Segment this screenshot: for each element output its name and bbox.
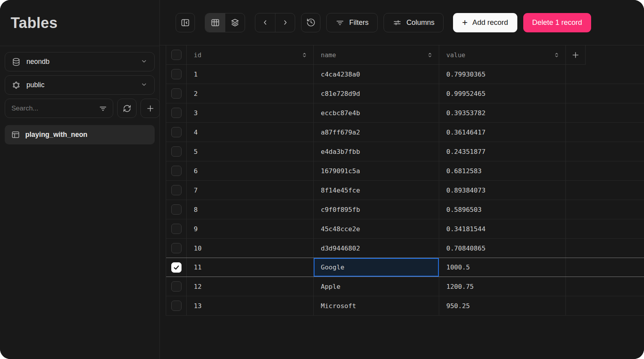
row-checkbox-cell[interactable]	[166, 123, 187, 142]
select-all-checkbox-cell[interactable]	[166, 45, 187, 65]
cell-value[interactable]: 0.24351877	[439, 142, 566, 161]
search-input[interactable]	[11, 105, 99, 112]
cell-value[interactable]: 0.70840865	[439, 239, 566, 258]
add-column-button[interactable]	[566, 45, 586, 65]
cell-id[interactable]: 13	[187, 296, 314, 315]
cell-name[interactable]: c9f0f895fb	[314, 200, 439, 219]
cell-value[interactable]: 0.99952465	[439, 84, 566, 103]
cell-id[interactable]: 3	[187, 103, 314, 122]
history-button[interactable]	[301, 13, 320, 32]
cell-name[interactable]: Microsoft	[314, 296, 439, 315]
row-checkbox[interactable]	[171, 166, 182, 176]
row-checkbox[interactable]	[171, 281, 182, 292]
cell-id[interactable]: 6	[187, 161, 314, 180]
row-checkbox[interactable]	[171, 108, 182, 118]
table-view-button[interactable]	[205, 13, 225, 32]
database-selector[interactable]: neondb	[5, 52, 155, 71]
cell-id[interactable]: 9	[187, 219, 314, 238]
row-checkbox-cell[interactable]	[166, 181, 187, 200]
row-checkbox[interactable]	[171, 185, 182, 195]
cell-value[interactable]: 0.89384073	[439, 181, 566, 200]
cell-value[interactable]: 0.6812583	[439, 161, 566, 180]
cell-value[interactable]: 0.79930365	[439, 65, 566, 84]
row-checkbox[interactable]	[171, 262, 182, 273]
add-table-button[interactable]	[140, 99, 160, 118]
delete-record-button[interactable]: Delete 1 record	[523, 13, 591, 32]
cell-id[interactable]: 8	[187, 200, 314, 219]
table-row[interactable]: 8 c9f0f895fb 0.5896503	[166, 200, 644, 219]
cell-id[interactable]: 12	[187, 277, 314, 296]
cell-id[interactable]: 11	[187, 258, 314, 277]
cell-id[interactable]: 1	[187, 65, 314, 84]
cell-value[interactable]: 1200.75	[439, 277, 566, 296]
column-header-value[interactable]: value	[439, 45, 566, 65]
cell-name[interactable]: Google	[314, 258, 439, 277]
row-checkbox-cell[interactable]	[166, 84, 187, 103]
add-record-button[interactable]: + Add record	[453, 13, 517, 32]
table-row[interactable]: 6 1679091c5a 0.6812583	[166, 161, 644, 181]
table-row[interactable]: 3 eccbc87e4b 0.39353782	[166, 103, 644, 123]
cell-id[interactable]: 10	[187, 239, 314, 258]
cell-name[interactable]: e4da3b7fbb	[314, 142, 439, 161]
cell-name[interactable]: d3d9446802	[314, 239, 439, 258]
cell-id[interactable]: 7	[187, 181, 314, 200]
column-header-name[interactable]: name	[314, 45, 439, 65]
cell-id[interactable]: 4	[187, 123, 314, 142]
row-checkbox-cell[interactable]	[166, 239, 187, 258]
table-row[interactable]: 9 45c48cce2e 0.34181544	[166, 219, 644, 239]
cell-name[interactable]: eccbc87e4b	[314, 103, 439, 122]
table-row[interactable]: 7 8f14e45fce 0.89384073	[166, 181, 644, 200]
cell-name[interactable]: a87ff679a2	[314, 123, 439, 142]
row-checkbox-cell[interactable]	[166, 296, 187, 315]
column-header-id[interactable]: id	[187, 45, 314, 65]
cell-value[interactable]: 1000.5	[439, 258, 566, 277]
cell-name[interactable]: c4ca4238a0	[314, 65, 439, 84]
layers-view-button[interactable]	[225, 13, 245, 32]
row-checkbox[interactable]	[171, 127, 182, 137]
table-row[interactable]: 13 Microsoft 950.25	[166, 296, 644, 316]
row-checkbox[interactable]	[171, 301, 182, 311]
cell-name[interactable]: 45c48cce2e	[314, 219, 439, 238]
table-row[interactable]: 10 d3d9446802 0.70840865	[166, 239, 644, 258]
row-checkbox[interactable]	[171, 146, 182, 157]
table-row[interactable]: 2 c81e728d9d 0.99952465	[166, 84, 644, 103]
row-checkbox-cell[interactable]	[166, 219, 187, 238]
cell-id[interactable]: 5	[187, 142, 314, 161]
row-checkbox-cell[interactable]	[166, 258, 187, 277]
cell-id[interactable]: 2	[187, 84, 314, 103]
table-row[interactable]: 1 c4ca4238a0 0.79930365	[166, 65, 644, 84]
row-checkbox-cell[interactable]	[166, 142, 187, 161]
cell-value[interactable]: 0.34181544	[439, 219, 566, 238]
row-checkbox-cell[interactable]	[166, 200, 187, 219]
toggle-sidebar-button[interactable]	[176, 13, 195, 32]
cell-name[interactable]: c81e728d9d	[314, 84, 439, 103]
cell-name[interactable]: 8f14e45fce	[314, 181, 439, 200]
cell-value[interactable]: 950.25	[439, 296, 566, 315]
cell-value[interactable]: 0.36146417	[439, 123, 566, 142]
prev-page-button[interactable]	[255, 13, 275, 32]
cell-value[interactable]: 0.5896503	[439, 200, 566, 219]
next-page-button[interactable]	[275, 13, 295, 32]
schema-selector[interactable]: public	[5, 75, 155, 95]
table-row[interactable]: 5 e4da3b7fbb 0.24351877	[166, 142, 644, 161]
select-all-checkbox[interactable]	[171, 50, 182, 60]
table-row[interactable]: 4 a87ff679a2 0.36146417	[166, 123, 644, 142]
refresh-button[interactable]	[117, 99, 137, 118]
row-checkbox[interactable]	[171, 88, 182, 99]
cell-name[interactable]: 1679091c5a	[314, 161, 439, 180]
table-row[interactable]: 12 Apple 1200.75	[166, 277, 644, 296]
row-checkbox-cell[interactable]	[166, 277, 187, 296]
row-checkbox[interactable]	[171, 204, 182, 215]
row-checkbox-cell[interactable]	[166, 103, 187, 122]
columns-button[interactable]: Columns	[384, 13, 444, 32]
row-checkbox[interactable]	[171, 224, 182, 234]
cell-value[interactable]: 0.39353782	[439, 103, 566, 122]
filters-button[interactable]: Filters	[326, 13, 378, 32]
row-checkbox[interactable]	[171, 69, 182, 79]
row-checkbox[interactable]	[171, 243, 182, 253]
row-checkbox-cell[interactable]	[166, 161, 187, 180]
table-row[interactable]: 11 Google 1000.5	[166, 258, 644, 277]
sidebar-item-playing-with-neon[interactable]: playing_with_neon	[5, 125, 155, 144]
cell-name[interactable]: Apple	[314, 277, 439, 296]
row-checkbox-cell[interactable]	[166, 65, 187, 84]
